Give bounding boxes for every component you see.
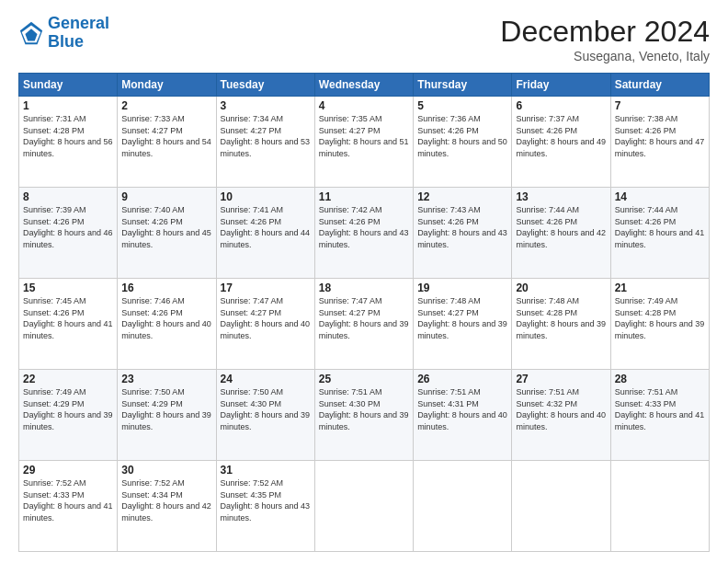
day-number: 22 — [23, 373, 113, 385]
day-info: Sunrise: 7:46 AMSunset: 4:26 PMDaylight:… — [121, 295, 211, 341]
calendar-cell: 25Sunrise: 7:51 AMSunset: 4:30 PMDayligh… — [314, 370, 413, 461]
day-number: 8 — [23, 190, 113, 203]
calendar-cell: 11Sunrise: 7:42 AMSunset: 4:26 PMDayligh… — [314, 188, 413, 279]
col-header-wednesday: Wednesday — [314, 74, 413, 97]
day-info: Sunrise: 7:44 AMSunset: 4:26 PMDaylight:… — [516, 204, 606, 250]
calendar-cell: 3Sunrise: 7:34 AMSunset: 4:27 PMDaylight… — [216, 97, 314, 188]
day-number: 3 — [221, 99, 311, 112]
calendar-cell: 6Sunrise: 7:37 AMSunset: 4:26 PMDaylight… — [512, 97, 610, 188]
calendar-week-5: 29Sunrise: 7:52 AMSunset: 4:33 PMDayligh… — [19, 461, 710, 552]
calendar-cell — [610, 461, 709, 552]
location: Susegana, Veneto, Italy — [500, 49, 710, 63]
day-number: 9 — [121, 190, 211, 203]
calendar-week-2: 8Sunrise: 7:39 AMSunset: 4:26 PMDaylight… — [19, 188, 710, 279]
calendar-cell: 8Sunrise: 7:39 AMSunset: 4:26 PMDaylight… — [19, 188, 118, 279]
day-info: Sunrise: 7:47 AMSunset: 4:27 PMDaylight:… — [221, 295, 311, 341]
day-number: 30 — [121, 464, 211, 477]
day-info: Sunrise: 7:37 AMSunset: 4:26 PMDaylight:… — [516, 113, 606, 159]
day-info: Sunrise: 7:51 AMSunset: 4:30 PMDaylight:… — [319, 386, 409, 432]
calendar-cell: 1Sunrise: 7:31 AMSunset: 4:28 PMDaylight… — [19, 97, 118, 188]
day-info: Sunrise: 7:31 AMSunset: 4:28 PMDaylight:… — [23, 113, 113, 159]
day-info: Sunrise: 7:33 AMSunset: 4:27 PMDaylight:… — [121, 113, 211, 159]
day-number: 12 — [417, 190, 507, 203]
day-info: Sunrise: 7:34 AMSunset: 4:27 PMDaylight:… — [221, 113, 311, 159]
day-number: 7 — [615, 99, 705, 112]
calendar-cell: 26Sunrise: 7:51 AMSunset: 4:31 PMDayligh… — [414, 370, 512, 461]
calendar-cell: 16Sunrise: 7:46 AMSunset: 4:26 PMDayligh… — [118, 279, 216, 370]
day-number: 14 — [615, 190, 705, 203]
day-number: 15 — [23, 282, 113, 294]
day-info: Sunrise: 7:50 AMSunset: 4:29 PMDaylight:… — [121, 386, 211, 432]
day-info: Sunrise: 7:47 AMSunset: 4:27 PMDaylight:… — [319, 295, 409, 341]
calendar-week-1: 1Sunrise: 7:31 AMSunset: 4:28 PMDaylight… — [19, 97, 710, 188]
day-info: Sunrise: 7:41 AMSunset: 4:26 PMDaylight:… — [221, 204, 311, 250]
calendar-cell: 27Sunrise: 7:51 AMSunset: 4:32 PMDayligh… — [512, 370, 610, 461]
day-number: 10 — [221, 190, 311, 203]
logo-line2: Blue — [48, 32, 84, 51]
day-number: 4 — [319, 99, 409, 112]
day-info: Sunrise: 7:48 AMSunset: 4:28 PMDaylight:… — [516, 295, 606, 341]
logo-text: General Blue — [48, 15, 109, 52]
day-number: 17 — [221, 282, 311, 294]
day-info: Sunrise: 7:51 AMSunset: 4:31 PMDaylight:… — [417, 386, 507, 432]
day-number: 16 — [121, 282, 211, 294]
page: General Blue December 2024 Susegana, Ven… — [0, 0, 728, 563]
month-title: December 2024 — [500, 15, 710, 49]
calendar-cell: 5Sunrise: 7:36 AMSunset: 4:26 PMDaylight… — [414, 97, 512, 188]
day-info: Sunrise: 7:38 AMSunset: 4:26 PMDaylight:… — [615, 113, 705, 159]
day-info: Sunrise: 7:49 AMSunset: 4:28 PMDaylight:… — [615, 295, 705, 341]
day-info: Sunrise: 7:52 AMSunset: 4:35 PMDaylight:… — [221, 477, 311, 523]
day-info: Sunrise: 7:49 AMSunset: 4:29 PMDaylight:… — [23, 386, 113, 432]
col-header-monday: Monday — [118, 74, 216, 97]
day-info: Sunrise: 7:35 AMSunset: 4:27 PMDaylight:… — [319, 113, 409, 159]
day-info: Sunrise: 7:52 AMSunset: 4:33 PMDaylight:… — [23, 477, 113, 523]
day-info: Sunrise: 7:52 AMSunset: 4:34 PMDaylight:… — [121, 477, 211, 523]
calendar-cell: 21Sunrise: 7:49 AMSunset: 4:28 PMDayligh… — [610, 279, 709, 370]
day-info: Sunrise: 7:43 AMSunset: 4:26 PMDaylight:… — [417, 204, 507, 250]
day-number: 23 — [121, 373, 211, 385]
day-info: Sunrise: 7:44 AMSunset: 4:26 PMDaylight:… — [615, 204, 705, 250]
calendar-cell: 23Sunrise: 7:50 AMSunset: 4:29 PMDayligh… — [118, 370, 216, 461]
calendar-cell: 7Sunrise: 7:38 AMSunset: 4:26 PMDaylight… — [610, 97, 709, 188]
calendar-cell: 19Sunrise: 7:48 AMSunset: 4:27 PMDayligh… — [414, 279, 512, 370]
day-info: Sunrise: 7:50 AMSunset: 4:30 PMDaylight:… — [221, 386, 311, 432]
day-info: Sunrise: 7:51 AMSunset: 4:32 PMDaylight:… — [516, 386, 606, 432]
calendar-cell: 18Sunrise: 7:47 AMSunset: 4:27 PMDayligh… — [314, 279, 413, 370]
day-number: 11 — [319, 190, 409, 203]
day-number: 21 — [615, 282, 705, 294]
calendar-cell — [512, 461, 610, 552]
day-info: Sunrise: 7:36 AMSunset: 4:26 PMDaylight:… — [417, 113, 507, 159]
title-block: December 2024 Susegana, Veneto, Italy — [500, 15, 710, 63]
day-number: 20 — [516, 282, 606, 294]
day-info: Sunrise: 7:51 AMSunset: 4:33 PMDaylight:… — [615, 386, 705, 432]
day-number: 1 — [23, 99, 113, 112]
calendar-cell: 12Sunrise: 7:43 AMSunset: 4:26 PMDayligh… — [414, 188, 512, 279]
day-number: 18 — [319, 282, 409, 294]
day-number: 25 — [319, 373, 409, 385]
col-header-tuesday: Tuesday — [216, 74, 314, 97]
day-number: 26 — [417, 373, 507, 385]
calendar-cell: 29Sunrise: 7:52 AMSunset: 4:33 PMDayligh… — [19, 461, 118, 552]
day-number: 31 — [221, 464, 311, 477]
day-info: Sunrise: 7:45 AMSunset: 4:26 PMDaylight:… — [23, 295, 113, 341]
calendar-cell: 15Sunrise: 7:45 AMSunset: 4:26 PMDayligh… — [19, 279, 118, 370]
logo-line1: General — [48, 14, 109, 32]
day-info: Sunrise: 7:39 AMSunset: 4:26 PMDaylight:… — [23, 204, 113, 250]
calendar-table: SundayMondayTuesdayWednesdayThursdayFrid… — [18, 73, 710, 552]
calendar-cell: 17Sunrise: 7:47 AMSunset: 4:27 PMDayligh… — [216, 279, 314, 370]
calendar-cell: 13Sunrise: 7:44 AMSunset: 4:26 PMDayligh… — [512, 188, 610, 279]
day-number: 29 — [23, 464, 113, 477]
calendar-cell: 20Sunrise: 7:48 AMSunset: 4:28 PMDayligh… — [512, 279, 610, 370]
calendar-cell: 28Sunrise: 7:51 AMSunset: 4:33 PMDayligh… — [610, 370, 709, 461]
day-number: 5 — [417, 99, 507, 112]
day-number: 24 — [221, 373, 311, 385]
calendar-cell: 24Sunrise: 7:50 AMSunset: 4:30 PMDayligh… — [216, 370, 314, 461]
day-info: Sunrise: 7:40 AMSunset: 4:26 PMDaylight:… — [121, 204, 211, 250]
day-number: 19 — [417, 282, 507, 294]
calendar-cell: 2Sunrise: 7:33 AMSunset: 4:27 PMDaylight… — [118, 97, 216, 188]
header: General Blue December 2024 Susegana, Ven… — [18, 15, 710, 63]
day-number: 27 — [516, 373, 606, 385]
calendar-cell: 22Sunrise: 7:49 AMSunset: 4:29 PMDayligh… — [19, 370, 118, 461]
logo-icon — [18, 20, 44, 46]
calendar-cell: 4Sunrise: 7:35 AMSunset: 4:27 PMDaylight… — [314, 97, 413, 188]
